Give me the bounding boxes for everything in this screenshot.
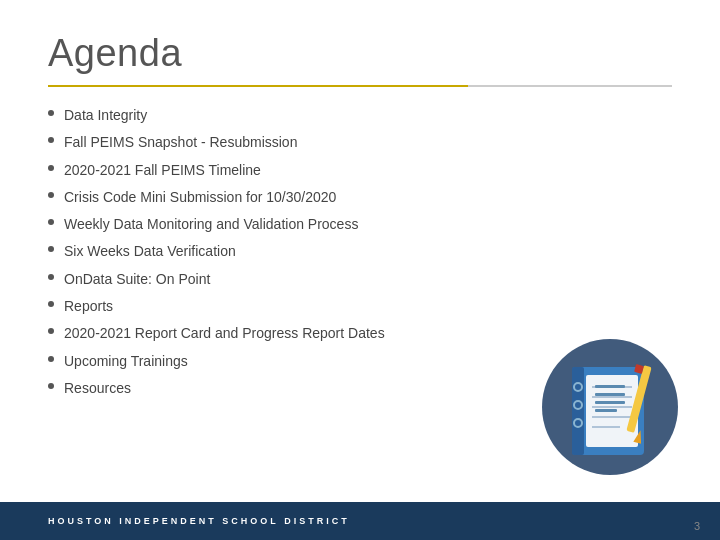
svg-rect-18 <box>595 409 617 412</box>
bullet-dot <box>48 165 54 171</box>
bullet-dot <box>48 137 54 143</box>
svg-rect-2 <box>572 367 584 455</box>
list-item: Reports <box>48 296 652 316</box>
list-item: OnData Suite: On Point <box>48 269 652 289</box>
list-item: Weekly Data Monitoring and Validation Pr… <box>48 214 652 234</box>
bullet-dot <box>48 110 54 116</box>
list-item: Fall PEIMS Snapshot - Resubmission <box>48 132 652 152</box>
notebook-illustration <box>530 325 685 480</box>
illustration-container <box>525 320 690 485</box>
list-item-text: Crisis Code Mini Submission for 10/30/20… <box>64 187 336 207</box>
list-item-text: Reports <box>64 296 113 316</box>
footer-bar: HOUSTON INDEPENDENT SCHOOL DISTRICT <box>0 502 720 540</box>
list-item-text: OnData Suite: On Point <box>64 269 210 289</box>
bullet-dot <box>48 246 54 252</box>
bullet-dot <box>48 219 54 225</box>
list-item-text: Fall PEIMS Snapshot - Resubmission <box>64 132 297 152</box>
list-item: Six Weeks Data Verification <box>48 241 652 261</box>
bullet-dot <box>48 383 54 389</box>
svg-rect-16 <box>595 393 625 396</box>
content-section: Data IntegrityFall PEIMS Snapshot - Resu… <box>0 87 720 540</box>
list-item-text: Resources <box>64 378 131 398</box>
list-item-text: 2020-2021 Fall PEIMS Timeline <box>64 160 261 180</box>
list-item-text: Data Integrity <box>64 105 147 125</box>
footer-text: HOUSTON INDEPENDENT SCHOOL DISTRICT <box>48 516 350 526</box>
bullet-dot <box>48 356 54 362</box>
page-number: 3 <box>694 520 700 532</box>
list-item-text: Six Weeks Data Verification <box>64 241 236 261</box>
header-section: Agenda <box>0 0 720 87</box>
list-item: Crisis Code Mini Submission for 10/30/20… <box>48 187 652 207</box>
list-item-text: Upcoming Trainings <box>64 351 188 371</box>
bullet-dot <box>48 274 54 280</box>
slide-container: Agenda Data IntegrityFall PEIMS Snapshot… <box>0 0 720 540</box>
svg-rect-17 <box>595 401 625 404</box>
svg-rect-15 <box>595 385 625 388</box>
bullet-dot <box>48 192 54 198</box>
page-title: Agenda <box>48 32 672 75</box>
list-item-text: Weekly Data Monitoring and Validation Pr… <box>64 214 358 234</box>
bullet-dot <box>48 328 54 334</box>
list-item: Data Integrity <box>48 105 652 125</box>
list-item-text: 2020-2021 Report Card and Progress Repor… <box>64 323 385 343</box>
list-item: 2020-2021 Fall PEIMS Timeline <box>48 160 652 180</box>
bullet-dot <box>48 301 54 307</box>
